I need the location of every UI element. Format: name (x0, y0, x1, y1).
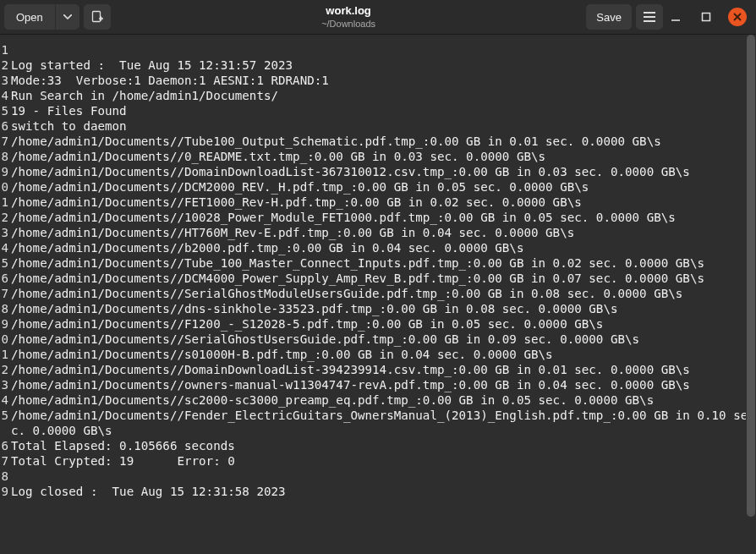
text-line[interactable]: /home/admin1/Documents//SerialGhostUsers… (11, 332, 756, 347)
line-number: 1 (0, 347, 8, 362)
line-number: 8 (0, 149, 8, 164)
text-line[interactable]: /home/admin1/Documents//s01000H-B.pdf.tm… (11, 347, 756, 362)
document-title-block: work.log ~/Downloads (115, 5, 583, 28)
line-number-gutter: 12345678901234567890123456789 (0, 35, 8, 554)
line-number: 4 (0, 392, 8, 408)
line-number: 3 (0, 225, 8, 240)
text-line[interactable]: Mode:33 Verbose:1 Daemon:1 AESNI:1 RDRAN… (11, 73, 756, 88)
line-number: 4 (0, 240, 8, 255)
line-number: 7 (0, 453, 8, 469)
line-number: 8 (0, 469, 8, 484)
chevron-down-icon (63, 14, 72, 19)
text-line[interactable]: /home/admin1/Documents//Fender_ElectricG… (11, 408, 756, 438)
text-line[interactable]: /home/admin1/Documents//Tube100_Output_S… (11, 134, 756, 149)
open-recent-dropdown[interactable] (56, 4, 79, 30)
line-number: 5 (0, 408, 8, 438)
hamburger-menu-button[interactable] (636, 4, 663, 30)
document-path: ~/Downloads (115, 19, 583, 29)
text-line[interactable]: /home/admin1/Documents//DCM2000_REV._H.p… (11, 179, 756, 195)
hamburger-icon (644, 12, 655, 22)
line-number: 6 (0, 438, 8, 453)
text-line[interactable]: Total Crypted: 19 Error: 0 (11, 453, 756, 469)
text-line[interactable]: /home/admin1/Documents//HT760M_Rev-E.pdf… (11, 225, 756, 240)
line-number: 2 (0, 58, 8, 73)
text-line[interactable]: /home/admin1/Documents//F1200_-_S12028-5… (11, 316, 756, 332)
text-line[interactable]: /home/admin1/Documents//sc2000-sc3000_pr… (11, 392, 756, 408)
text-line[interactable]: /home/admin1/Documents//owners-manual-w1… (11, 377, 756, 392)
text-line[interactable]: /home/admin1/Documents//Tube_100_Master_… (11, 255, 756, 271)
text-line[interactable]: /home/admin1/Documents//FET1000_Rev-H.pd… (11, 195, 756, 210)
text-line[interactable]: /home/admin1/Documents//10028_Power_Modu… (11, 210, 756, 225)
line-number: 4 (0, 88, 8, 103)
maximize-icon (701, 12, 711, 22)
text-line[interactable] (11, 42, 756, 58)
text-line[interactable]: /home/admin1/Documents//0_README.txt.tmp… (11, 149, 756, 164)
text-line[interactable]: Total Elapsed: 0.105666 seconds (11, 438, 756, 453)
svg-rect-0 (92, 12, 100, 22)
text-line[interactable]: Run Search in /home/admin1/Documents/ (11, 88, 756, 103)
vertical-scrollbar[interactable] (746, 35, 756, 554)
svg-rect-1 (703, 14, 710, 21)
new-document-icon (90, 10, 104, 24)
line-number: 1 (0, 195, 8, 210)
text-line[interactable]: /home/admin1/Documents//dns-sinkhole-335… (11, 301, 756, 316)
line-number: 3 (0, 73, 8, 88)
line-number: 9 (0, 316, 8, 332)
save-button[interactable]: Save (586, 4, 632, 30)
line-number: 5 (0, 103, 8, 118)
maximize-button[interactable] (698, 8, 715, 25)
line-number: 1 (0, 42, 8, 58)
line-number: 6 (0, 271, 8, 286)
line-number: 6 (0, 118, 8, 134)
line-number: 9 (0, 164, 8, 179)
text-line[interactable]: /home/admin1/Documents//DCM4000_Power_Su… (11, 271, 756, 286)
line-number: 7 (0, 134, 8, 149)
titlebar: Open work.log ~/Downloads Save (0, 0, 756, 35)
minimize-button[interactable] (667, 8, 684, 25)
line-number: 2 (0, 210, 8, 225)
close-button[interactable] (728, 8, 747, 26)
minimize-icon (671, 12, 681, 22)
text-line[interactable]: /home/admin1/Documents//SerialGhostModul… (11, 286, 756, 301)
document-title: work.log (115, 5, 583, 17)
text-content[interactable]: Log started : Tue Aug 15 12:31:57 2023Mo… (8, 35, 756, 554)
text-line[interactable]: switch to daemon (11, 118, 756, 134)
line-number: 3 (0, 377, 8, 392)
line-number: 2 (0, 362, 8, 377)
text-line[interactable]: 19 - Files Found (11, 103, 756, 118)
line-number: 7 (0, 286, 8, 301)
close-icon (733, 13, 742, 21)
line-number: 8 (0, 301, 8, 316)
line-number: 0 (0, 179, 8, 195)
line-number: 9 (0, 484, 8, 499)
new-tab-button[interactable] (84, 4, 111, 30)
line-number: 0 (0, 332, 8, 347)
window-controls (667, 8, 752, 26)
editor-area[interactable]: 12345678901234567890123456789 Log starte… (0, 35, 756, 554)
text-line[interactable]: /home/admin1/Documents//b2000.pdf.tmp_:0… (11, 240, 756, 255)
open-button[interactable]: Open (4, 4, 55, 30)
text-line[interactable] (11, 469, 756, 484)
line-number: 5 (0, 255, 8, 271)
text-line[interactable]: /home/admin1/Documents//DomainDownloadLi… (11, 362, 756, 377)
text-line[interactable]: Log closed : Tue Aug 15 12:31:58 2023 (11, 484, 756, 499)
text-line[interactable]: Log started : Tue Aug 15 12:31:57 2023 (11, 58, 756, 73)
text-line[interactable]: /home/admin1/Documents//DomainDownloadLi… (11, 164, 756, 179)
scrollbar-thumb[interactable] (747, 35, 755, 517)
